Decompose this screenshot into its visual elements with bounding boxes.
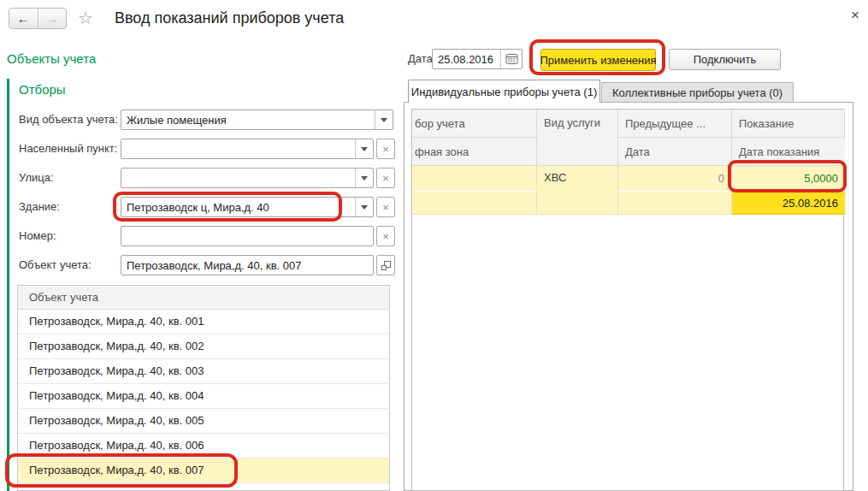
connect-button[interactable]: Подключить bbox=[669, 49, 781, 70]
filters-group-bar bbox=[7, 79, 9, 491]
chevron-down-icon bbox=[361, 147, 368, 155]
tab-collective-meters[interactable]: Коллективные приборы учета (0) bbox=[601, 82, 794, 102]
previous-reading-cell[interactable]: 0 bbox=[618, 166, 732, 192]
column-header-previous-reading: Предыдущее ... bbox=[618, 109, 732, 138]
account-object-open-button[interactable] bbox=[376, 255, 395, 275]
chevron-down-icon bbox=[361, 176, 368, 184]
filter-label-building: Здание: bbox=[19, 197, 60, 217]
chevron-down-icon bbox=[381, 118, 387, 126]
filter-label-number: Номер: bbox=[19, 226, 56, 246]
reading-date-cell[interactable]: 25.08.2016 bbox=[732, 192, 845, 215]
forward-arrow-icon: → bbox=[45, 11, 58, 26]
column-header-meter-device: бор учета bbox=[412, 109, 537, 138]
column-header-service-type: Вид услуги bbox=[537, 109, 618, 166]
chevron-down-icon bbox=[361, 205, 368, 213]
filter-label-object-kind: Вид объекта учета: bbox=[19, 109, 118, 130]
building-clear-button[interactable]: × bbox=[376, 197, 395, 217]
clear-icon: × bbox=[382, 231, 389, 242]
filter-label-street: Улица: bbox=[19, 168, 54, 188]
list-item[interactable]: Петрозаводск, Мира,д. 40, кв. 005 bbox=[18, 409, 389, 434]
object-kind-value: Жилые помещения bbox=[121, 114, 375, 127]
previous-date-cell[interactable] bbox=[618, 192, 732, 215]
object-kind-select[interactable]: Жилые помещения bbox=[121, 109, 393, 130]
street-clear-button[interactable]: × bbox=[376, 168, 395, 188]
account-objects-list: Объект учета Петрозаводск, Мира,д. 40, к… bbox=[17, 285, 390, 491]
list-item[interactable]: Петрозаводск, Мира,д. 40, кв. 006 bbox=[18, 434, 389, 458]
meter-readings-window: ← → ☆ Ввод показаний приборов учета × Об… bbox=[0, 0, 868, 491]
settlement-clear-button[interactable]: × bbox=[376, 139, 395, 159]
building-value: Петрозаводск ц, Мира,д. 40 bbox=[121, 201, 355, 214]
building-dropdown-button[interactable] bbox=[355, 198, 373, 216]
tariff-zone-cell[interactable] bbox=[412, 192, 537, 215]
filter-label-settlement: Населенный пункт: bbox=[19, 139, 117, 159]
clear-icon: × bbox=[382, 144, 389, 155]
list-item[interactable]: Петрозаводск, Мира,д. 40, кв. 001 bbox=[18, 310, 389, 334]
reading-cell[interactable]: 5,0000 bbox=[732, 166, 845, 192]
number-clear-button[interactable]: × bbox=[376, 226, 395, 246]
account-object-value: Петрозаводск, Мира,д. 40, кв. 007 bbox=[121, 259, 373, 272]
calendar-icon bbox=[505, 53, 518, 65]
settlement-select[interactable] bbox=[121, 139, 374, 159]
back-button[interactable]: ← bbox=[9, 9, 38, 28]
column-header-reading-date: Дата показания bbox=[732, 138, 845, 166]
favorite-star-icon[interactable]: ☆ bbox=[78, 8, 93, 28]
nav-button-group: ← → bbox=[9, 8, 67, 29]
column-header-tariff-zone: фная зона bbox=[412, 138, 537, 166]
settlement-dropdown-button[interactable] bbox=[355, 139, 373, 158]
objects-heading: Объекты учета bbox=[7, 51, 96, 66]
object-kind-dropdown-button[interactable] bbox=[375, 110, 393, 129]
close-icon[interactable]: × bbox=[851, 8, 859, 23]
account-object-input[interactable]: Петрозаводск, Мира,д. 40, кв. 007 bbox=[121, 255, 374, 275]
list-item[interactable]: Петрозаводск, Мира,д. 40, кв. 003 bbox=[18, 359, 389, 384]
date-input[interactable]: 25.08.2016 bbox=[432, 49, 523, 69]
list-column-header[interactable]: Объект учета bbox=[18, 286, 389, 310]
calendar-button[interactable] bbox=[500, 50, 522, 68]
clear-icon: × bbox=[382, 173, 389, 184]
back-arrow-icon: ← bbox=[17, 11, 30, 26]
filters-heading: Отборы bbox=[19, 82, 66, 97]
street-dropdown-button[interactable] bbox=[355, 169, 373, 187]
building-select[interactable]: Петрозаводск ц, Мира,д. 40 bbox=[121, 197, 374, 217]
number-input[interactable] bbox=[121, 226, 374, 246]
forward-button[interactable]: → bbox=[38, 9, 67, 28]
apply-changes-button[interactable]: Применить изменения bbox=[540, 49, 656, 71]
tab-individual-meters[interactable]: Индивидуальные приборы учета (1) bbox=[408, 80, 600, 103]
list-item[interactable]: Петрозаводск, Мира,д. 40, кв. 002 bbox=[18, 334, 389, 359]
list-item[interactable]: Петрозаводск, Мира,д. 40, кв. 004 bbox=[18, 384, 389, 409]
meter-device-cell[interactable] bbox=[412, 166, 537, 192]
list-item-selected[interactable]: Петрозаводск, Мира,д. 40, кв. 007 bbox=[18, 458, 389, 483]
date-value: 25.08.2016 bbox=[433, 53, 500, 66]
open-form-icon bbox=[381, 260, 392, 271]
column-header-previous-date: Дата bbox=[618, 138, 732, 166]
street-select[interactable] bbox=[121, 168, 374, 188]
column-header-reading: Показание bbox=[732, 109, 845, 138]
filter-label-account-object: Объект учета: bbox=[19, 255, 92, 275]
page-title: Ввод показаний приборов учета bbox=[115, 9, 344, 27]
clear-icon: × bbox=[382, 202, 389, 213]
service-type-cell[interactable]: ХВС bbox=[537, 166, 618, 215]
meters-table: бор учета фная зона Вид услуги Предыдуще… bbox=[411, 109, 844, 491]
